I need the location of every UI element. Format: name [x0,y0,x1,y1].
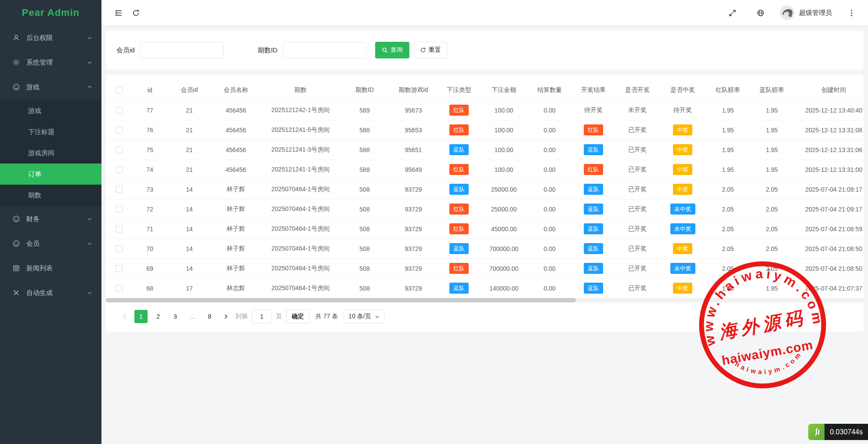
collapse-sidebar-button[interactable] [109,4,127,22]
sidebar-item-label: 财务 [26,215,40,223]
is-win-badge: 中奖 [673,144,692,155]
next-page-button[interactable] [220,310,231,323]
page-size-select[interactable]: 10 条/页 [344,309,384,324]
sidebar-item-backend-permissions[interactable]: 后台权限 [0,25,101,50]
cell-is-drawn: 未开奖 [615,100,659,120]
cell-blue-odds: 2.05 [750,199,794,219]
cell-settle-amount: 0.00 [528,100,571,120]
fullscreen-button[interactable] [723,4,741,22]
horizontal-scrollbar[interactable] [106,298,864,302]
cell-blue-odds: 2.05 [750,179,794,199]
cell-settle-amount: 0.00 [528,278,571,298]
sidebar-item-system-management[interactable]: 系统管理 [0,50,101,75]
period-id-input[interactable] [283,42,366,58]
row-checkbox[interactable] [116,206,123,213]
sidebar-item-game-room[interactable]: 游戏房间 [0,142,101,164]
page-button[interactable]: 2 [152,310,165,323]
cell-bet-amount: 140000.00 [480,278,528,298]
member-id-input[interactable] [140,42,224,58]
sidebar-item-game-sub[interactable]: 游戏 [0,100,101,121]
sidebar-item-news-list[interactable]: 新闻列表 [0,256,101,280]
row-checkbox[interactable] [116,285,123,292]
sidebar-item-label: 新闻列表 [26,264,53,273]
cell-member-name: 林子辉 [211,258,260,278]
sidebar-item-finance[interactable]: 财务 [0,207,101,231]
cell-created-at: 2025-07-04 21:09:17 [794,199,864,219]
column-header: 会员名称 [211,80,260,100]
row-checkbox[interactable] [116,226,123,233]
prev-page-button[interactable] [119,310,130,323]
sidebar-item-auto-generate[interactable]: 自动生成 [0,280,101,305]
user-menu[interactable]: 超级管理员 [780,5,832,20]
sidebar-item-members[interactable]: 会员 [0,231,101,256]
sidebar-item-label: 游戏 [26,83,40,91]
cell-is-win: 待开奖 [659,100,706,120]
kebab-icon [847,9,856,17]
pagination: 123...8 到第 页 确定 共 77 条 10 条/页 [106,302,864,331]
cell-period: 2025070464-1号房间 [260,258,340,278]
search-icon [382,47,388,53]
cell-created-at: 2025-12-12 13:31:08 [794,120,864,140]
period-id-label: 期数ID [258,46,278,55]
cell-id: 70 [132,239,167,258]
cell-period-game-id: 93729 [389,278,438,298]
cell-member-name: 456456 [211,160,260,179]
column-header: 是否中奖 [659,80,706,100]
debug-toolbar[interactable]: 0.030744s [808,424,868,440]
chevron-down-icon [87,59,93,66]
row-checkbox[interactable] [116,265,123,272]
is-win-badge: 中奖 [673,124,692,135]
cell-period-game-id: 95653 [389,120,438,140]
cell-is-drawn: 已开奖 [615,120,659,140]
cell-id: 69 [132,258,167,278]
cell-period-id: 508 [340,278,389,298]
cell-result: 蓝队 [571,199,615,219]
cell-created-at: 2025-07-04 21:08:50 [794,258,864,278]
cell-period-game-id: 93729 [389,199,438,219]
cell-id: 77 [132,100,167,120]
cell-settle-amount: 0.00 [528,160,571,179]
row-checkbox[interactable] [116,245,123,252]
result-badge: 红队 [584,164,603,175]
row-checkbox[interactable] [116,107,123,114]
row-checkbox[interactable] [116,186,123,193]
cell-red-odds: 1.95 [706,100,750,120]
jump-page-input[interactable] [252,309,272,324]
select-all-checkbox[interactable] [116,87,123,94]
row-checkbox[interactable] [116,127,123,134]
cell-id: 75 [132,140,167,160]
confirm-jump-button[interactable]: 确定 [286,309,310,324]
row-checkbox[interactable] [116,146,123,153]
sidebar-item-orders[interactable]: 订单 [0,164,101,185]
more-menu-button[interactable] [843,4,860,22]
horizontal-scrollbar-thumb[interactable] [106,298,576,302]
cell-red-odds: 1.95 [706,140,750,160]
cell-period: 2025121241-5号房间 [260,120,340,140]
refresh-button[interactable] [127,4,145,22]
cell-blue-odds: 1.95 [750,120,794,140]
search-button[interactable]: 查询 [375,42,409,58]
sidebar-item-game[interactable]: 游戏 [0,75,101,99]
reset-button[interactable]: 重置 [414,42,447,58]
result-badge: 蓝队 [584,184,603,195]
cell-member-name: 林子辉 [211,199,260,219]
cell-member-id: 21 [167,100,211,120]
cell-settle-amount: 0.00 [528,219,571,239]
chevron-right-icon [223,313,229,320]
sidebar-item-label: 系统管理 [26,58,53,67]
page-button[interactable]: 3 [169,310,182,323]
cell-created-at: 2025-12-12 13:40:40 [794,100,864,120]
sidebar-item-periods[interactable]: 期数 [0,185,101,206]
cell-blue-odds: 1.95 [750,278,794,298]
row-checkbox[interactable] [116,166,123,173]
cell-bet-amount: 700000.00 [480,239,528,258]
cell-id: 68 [132,278,167,298]
cell-id: 76 [132,120,167,140]
page-button[interactable]: 1 [134,310,148,323]
column-header: 下注金额 [480,80,528,100]
language-button[interactable] [752,4,769,22]
app-logo: Pear Admin [0,0,101,25]
page-button[interactable]: 8 [203,310,216,323]
cell-is-drawn: 已开奖 [615,140,659,160]
sidebar-item-bet-title[interactable]: 下注标题 [0,121,101,142]
